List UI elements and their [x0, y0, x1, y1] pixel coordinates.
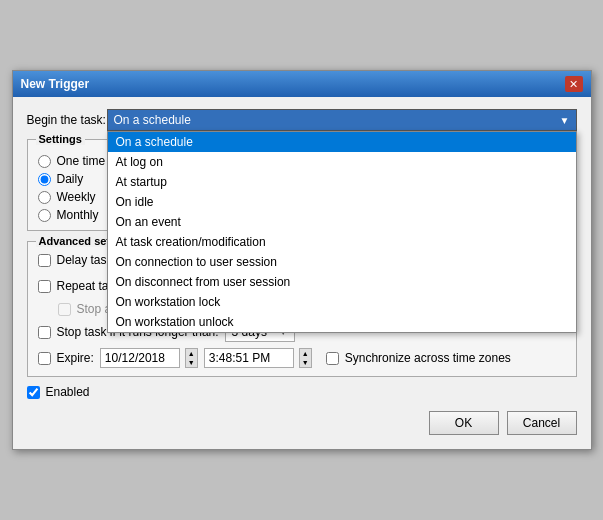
dropdown-item-4[interactable]: On an event	[108, 212, 576, 232]
expire-time-input[interactable]: 3:48:51 PM	[204, 348, 294, 368]
dropdown-item-2[interactable]: At startup	[108, 172, 576, 192]
expire-sync-checkbox[interactable]	[326, 352, 339, 365]
dropdown-item-7[interactable]: On disconnect from user session	[108, 272, 576, 292]
repeat-task-checkbox[interactable]	[38, 280, 51, 293]
expire-label: Expire:	[57, 351, 94, 365]
dropdown-item-9[interactable]: On workstation unlock	[108, 312, 576, 332]
stop-task-checkbox[interactable]	[38, 326, 51, 339]
expire-date-spinner[interactable]: ▲ ▼	[185, 348, 198, 368]
delay-task-checkbox[interactable]	[38, 254, 51, 267]
settings-section-label: Settings	[36, 133, 85, 145]
begin-task-menu: On a schedule At log on At startup On id…	[107, 131, 577, 333]
expire-date-value: 10/12/2018	[105, 351, 165, 365]
radio-onetime-label: One time	[57, 154, 106, 168]
radio-daily-label: Daily	[57, 172, 84, 186]
radio-daily[interactable]	[38, 173, 51, 186]
radio-weekly-label: Weekly	[57, 190, 96, 204]
dropdown-item-8[interactable]: On workstation lock	[108, 292, 576, 312]
close-button[interactable]: ✕	[565, 76, 583, 92]
stop-running-checkbox[interactable]	[58, 303, 71, 316]
expire-date-input[interactable]: 10/12/2018	[100, 348, 180, 368]
radio-weekly[interactable]	[38, 191, 51, 204]
dropdown-item-6[interactable]: On connection to user session	[108, 252, 576, 272]
enabled-label: Enabled	[46, 385, 90, 399]
expire-time-up-btn[interactable]: ▲	[300, 349, 311, 358]
new-trigger-dialog: New Trigger ✕ Begin the task: On a sched…	[12, 70, 592, 450]
dropdown-item-1[interactable]: At log on	[108, 152, 576, 172]
begin-task-row: Begin the task: On a schedule ▼ On a sch…	[27, 109, 577, 131]
expire-sync-label: Synchronize across time zones	[345, 351, 511, 365]
ok-button[interactable]: OK	[429, 411, 499, 435]
expire-time-down-btn[interactable]: ▼	[300, 358, 311, 367]
expire-time-spinner[interactable]: ▲ ▼	[299, 348, 312, 368]
dropdown-item-5[interactable]: At task creation/modification	[108, 232, 576, 252]
cancel-button[interactable]: Cancel	[507, 411, 577, 435]
title-bar: New Trigger ✕	[13, 71, 591, 97]
expire-date-up-btn[interactable]: ▲	[186, 349, 197, 358]
enabled-row: Enabled	[27, 385, 577, 399]
begin-task-label: Begin the task:	[27, 113, 107, 127]
begin-task-selected: On a schedule	[114, 113, 191, 127]
expire-date-down-btn[interactable]: ▼	[186, 358, 197, 367]
radio-onetime[interactable]	[38, 155, 51, 168]
begin-task-dropdown[interactable]: On a schedule ▼	[107, 109, 577, 131]
expire-time-value: 3:48:51 PM	[209, 351, 270, 365]
bottom-buttons: OK Cancel	[27, 405, 577, 437]
dialog-title: New Trigger	[21, 77, 90, 91]
begin-task-dropdown-container: On a schedule ▼ On a schedule At log on …	[107, 109, 577, 131]
dropdown-arrow-icon: ▼	[560, 115, 570, 126]
expire-row: Expire: 10/12/2018 ▲ ▼ 3:48:51 PM ▲ ▼ Sy…	[38, 348, 566, 368]
expire-checkbox[interactable]	[38, 352, 51, 365]
dropdown-item-0[interactable]: On a schedule	[108, 132, 576, 152]
radio-monthly[interactable]	[38, 209, 51, 222]
enabled-checkbox[interactable]	[27, 386, 40, 399]
radio-monthly-label: Monthly	[57, 208, 99, 222]
dropdown-item-3[interactable]: On idle	[108, 192, 576, 212]
